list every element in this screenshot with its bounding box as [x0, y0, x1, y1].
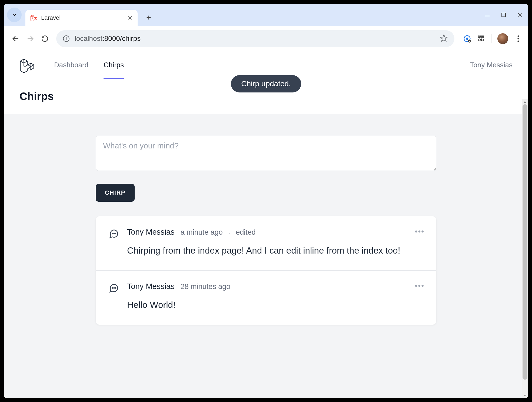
tab-strip: Laravel	[4, 4, 528, 26]
ellipsis-icon: •••	[415, 227, 424, 235]
svg-rect-5	[502, 13, 506, 17]
chirp-text: Hello World!	[127, 298, 423, 312]
reload-button[interactable]	[39, 33, 51, 45]
chirp-item: Tony Messias 28 minutes ago Hello World!…	[96, 270, 436, 325]
scroll-up-icon: ▲	[522, 99, 528, 104]
info-icon	[63, 35, 70, 42]
maximize-button[interactable]	[501, 12, 507, 18]
svg-point-17	[517, 35, 519, 36]
separator-dot: ·	[229, 231, 230, 236]
svg-point-24	[114, 288, 115, 288]
laravel-favicon-icon	[30, 14, 37, 21]
scrollbar-thumb[interactable]	[523, 104, 527, 380]
chirp-author: Tony Messias	[127, 228, 175, 237]
toolbar-right	[460, 33, 522, 44]
page-viewport: Dashboard Chirps Tony Messias Chirp upda…	[4, 51, 528, 398]
puzzle-icon	[477, 35, 485, 42]
nav-user-menu[interactable]: Tony Messias	[470, 61, 513, 69]
svg-point-22	[115, 233, 116, 234]
svg-point-12	[66, 37, 66, 37]
toast-notification: Chirp updated.	[231, 75, 301, 92]
search-tabs-button[interactable]	[7, 8, 22, 22]
window-controls	[484, 4, 523, 26]
svg-marker-13	[441, 35, 447, 41]
chirp-menu-button[interactable]: •••	[415, 227, 424, 236]
chirp-time: 28 minutes ago	[181, 283, 231, 291]
close-window-button[interactable]	[517, 12, 523, 18]
browser-window: Laravel localhost:8000/chirps	[4, 4, 528, 398]
forward-button[interactable]	[24, 33, 36, 45]
url-text: localhost:8000/chirps	[75, 34, 141, 43]
profile-avatar[interactable]	[497, 33, 508, 44]
chirp-author: Tony Messias	[127, 282, 175, 291]
extensions-button[interactable]	[477, 35, 485, 43]
scrollbar[interactable]: ▲ ▼	[522, 99, 528, 398]
chirp-list: Tony Messias a minute ago · edited Chirp…	[96, 216, 436, 325]
scroll-down-icon: ▼	[522, 393, 528, 398]
reload-icon	[41, 35, 49, 42]
tab-title: Laravel	[41, 14, 124, 21]
chat-bubble-icon	[109, 229, 119, 239]
arrow-left-icon	[12, 35, 20, 43]
chirp-submit-button[interactable]: Chirp	[96, 184, 135, 202]
arrow-right-icon	[26, 35, 34, 43]
minimize-button[interactable]	[484, 12, 490, 18]
app-nav: Dashboard Chirps Tony Messias	[4, 51, 528, 79]
close-icon[interactable]	[127, 15, 133, 21]
page-body: Chirp Tony Messias a minute ago ·	[4, 114, 528, 398]
chevron-down-icon	[12, 12, 17, 18]
bookmark-button[interactable]	[440, 34, 448, 43]
devtools-button[interactable]	[463, 35, 471, 43]
nav-link-dashboard[interactable]: Dashboard	[54, 51, 88, 79]
svg-point-15	[466, 37, 468, 40]
chirp-menu-button[interactable]: •••	[415, 281, 424, 290]
chirp-textarea[interactable]	[96, 136, 436, 171]
star-icon	[440, 34, 448, 42]
svg-point-25	[115, 288, 116, 288]
browser-tab[interactable]: Laravel	[25, 10, 138, 26]
svg-point-18	[517, 38, 519, 39]
chat-bubble-icon	[109, 283, 119, 293]
address-bar[interactable]: localhost:8000/chirps	[56, 30, 454, 47]
ellipsis-icon: •••	[415, 281, 424, 290]
svg-point-19	[517, 40, 519, 42]
plus-icon	[146, 15, 152, 21]
new-tab-button[interactable]	[142, 11, 155, 24]
eye-dev-icon	[463, 35, 471, 43]
svg-point-21	[114, 233, 115, 234]
browser-toolbar: localhost:8000/chirps	[4, 26, 528, 51]
laravel-logo-icon	[19, 58, 35, 73]
kebab-icon	[517, 35, 519, 42]
chirp-time: a minute ago	[181, 228, 223, 237]
svg-point-20	[112, 233, 113, 234]
chirp-text: Chirping from the index page! And I can …	[127, 244, 423, 257]
back-button[interactable]	[10, 33, 22, 45]
svg-point-23	[112, 288, 113, 288]
menu-button[interactable]	[514, 35, 522, 43]
nav-link-chirps[interactable]: Chirps	[104, 51, 124, 79]
chirp-edited-label: edited	[236, 228, 256, 237]
chirp-item: Tony Messias a minute ago · edited Chirp…	[96, 216, 436, 270]
divider	[491, 34, 491, 43]
